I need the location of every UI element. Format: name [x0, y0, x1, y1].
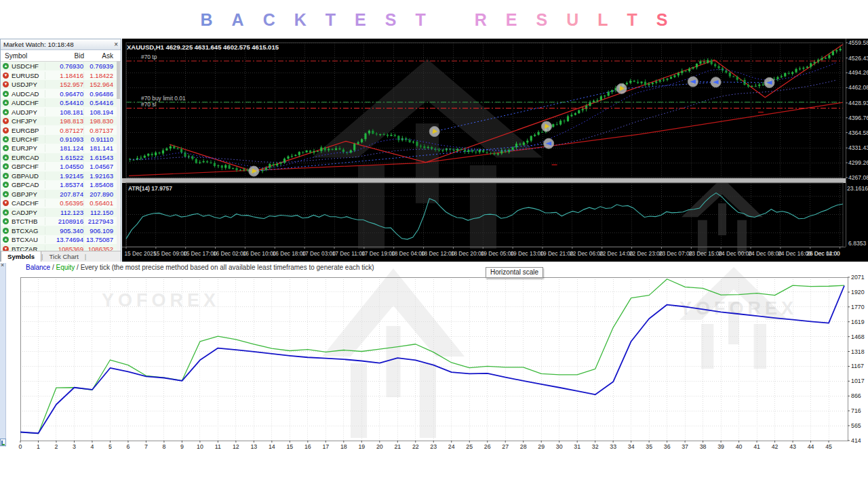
- candle-body: [397, 136, 399, 140]
- tester-left-strip[interactable]: [0, 263, 6, 447]
- close-icon[interactable]: ×: [114, 41, 118, 48]
- price-chart[interactable]: #70 tp#70 buy limit 0.01#70 slATR(14) 17…: [122, 39, 868, 262]
- candle-body: [313, 151, 315, 152]
- tester-close-icon[interactable]: ×: [1, 262, 4, 268]
- tester-x-label: 4: [91, 443, 94, 450]
- watermark-post: [718, 203, 726, 235]
- tester-graph[interactable]: YOFOREXYOFOREX20711920177016191468131811…: [0, 262, 868, 465]
- bid-cell: 13.74694: [45, 236, 84, 243]
- candle-body: [294, 155, 296, 156]
- tester-x-label: 17: [322, 443, 329, 450]
- market-row[interactable]: ▲CADJPY112.123112.150: [1, 208, 121, 217]
- candle-body: [210, 163, 212, 163]
- candle-body: [453, 150, 455, 151]
- time-label: 19 Dec 05:00: [481, 250, 515, 257]
- tester-x-label: 1: [37, 443, 40, 450]
- candle-body: [707, 60, 709, 63]
- tab-tick-chart[interactable]: Tick Chart: [43, 251, 85, 262]
- scrollbar-thumb[interactable]: [117, 61, 120, 99]
- ask-cell: 152.964: [84, 81, 117, 88]
- trade-marker[interactable]: [764, 77, 774, 87]
- candle-body: [243, 169, 245, 170]
- market-row[interactable]: ▼EURUSD1.184161.18422: [1, 70, 121, 79]
- ask-cell: 1.92163: [84, 172, 117, 180]
- tester-x-label: 21: [394, 443, 401, 450]
- trade-marker[interactable]: [688, 77, 698, 87]
- candle-body: [589, 102, 591, 106]
- tester-x-label: 28: [520, 443, 527, 450]
- tester-x-label: 6: [126, 443, 130, 450]
- ask-cell: 181.141: [84, 144, 117, 152]
- watermark-leg: [420, 363, 436, 438]
- ask-cell: 1.18422: [84, 72, 117, 79]
- bid-cell: 1.61522: [45, 154, 84, 161]
- market-watch-scrollbar[interactable]: [117, 61, 120, 251]
- market-row[interactable]: ▲EURCAD1.615221.61543: [1, 153, 121, 162]
- tab-symbols[interactable]: Symbols: [1, 251, 41, 262]
- tester-y-label: 866: [851, 392, 861, 399]
- candle-body: [563, 121, 565, 121]
- arrow-up-icon: ▲: [3, 182, 9, 188]
- candle-body: [456, 149, 458, 150]
- time-label: 24 Dec 08:00: [748, 250, 782, 257]
- stop-mark: [758, 112, 764, 113]
- trade-marker[interactable]: [711, 77, 721, 87]
- market-row[interactable]: ▲BTCXAU13.7469413.75087: [1, 235, 121, 244]
- trade-marker[interactable]: [249, 166, 259, 176]
- trade-marker[interactable]: [429, 127, 439, 137]
- watermark-leg: [754, 324, 766, 369]
- title-letter: B: [201, 10, 213, 30]
- market-row[interactable]: ▼EURGBP0.871270.87137: [1, 125, 121, 134]
- time-label: 15 Dec 17:00: [183, 250, 217, 257]
- ask-cell: 207.890: [84, 190, 117, 198]
- market-row[interactable]: ▲AUDJPY108.181108.194: [1, 107, 121, 116]
- market-row[interactable]: ▼USDJPY152.957152.964: [1, 80, 121, 89]
- market-row[interactable]: ▲GBPCHF1.045501.04567: [1, 162, 121, 171]
- ask-cell: 0.96486: [84, 90, 117, 98]
- trade-marker[interactable]: [542, 121, 552, 131]
- ask-cell: 1.85408: [84, 181, 117, 188]
- arrow-down-icon: ▼: [3, 200, 9, 206]
- market-row[interactable]: ▼CADCHF0.563950.56401: [1, 199, 121, 207]
- market-row[interactable]: ▲USDCHF0.769300.76939: [1, 62, 121, 70]
- candle-body: [151, 154, 153, 155]
- watermark-text: YOFOREX: [102, 290, 220, 310]
- tester-x-label: 27: [502, 443, 509, 450]
- candle-body: [273, 164, 275, 165]
- chart-symbol-header: XAUUSD,H1 4629.225 4631.645 4602.575 461…: [127, 43, 279, 51]
- trade-marker[interactable]: [544, 138, 554, 148]
- time-label: 26 Dec 12:00: [806, 250, 840, 257]
- candle-body: [696, 64, 698, 67]
- candle-body: [722, 68, 724, 70]
- tester-y-label: 716: [851, 407, 861, 414]
- trade-marker[interactable]: [616, 83, 627, 94]
- candle-body: [758, 85, 760, 86]
- candle-body: [409, 140, 411, 142]
- bid-cell: 198.813: [45, 117, 84, 125]
- market-row[interactable]: ▲EURJPY181.124181.141: [1, 144, 121, 152]
- candle-body: [490, 153, 492, 154]
- symbol-cell: ▼CHFJPY: [1, 117, 45, 125]
- bid-cell: 112.123: [45, 209, 84, 216]
- candle-body: [740, 80, 742, 81]
- market-row[interactable]: ▲AUDCAD0.964700.96486: [1, 89, 121, 98]
- pane-separator[interactable]: [122, 178, 846, 183]
- title-letter: K: [294, 10, 307, 30]
- symbol-cell: ▲EURCAD: [1, 154, 45, 161]
- market-row[interactable]: ▼CHFJPY198.813198.830: [1, 117, 121, 125]
- arrow-up-icon: ▲: [3, 100, 9, 106]
- price-scale-label: 4396.760: [848, 115, 868, 121]
- market-row[interactable]: ▲GBPJPY207.874207.890: [1, 190, 121, 199]
- arrow-down-icon: ▼: [3, 118, 9, 124]
- market-row[interactable]: ▲GBPCAD1.853741.85408: [1, 180, 121, 189]
- tester-x-label: 23: [430, 443, 437, 450]
- market-row[interactable]: ▲BTCTHB21089162127943: [1, 217, 121, 226]
- tester-graph-icon[interactable]: [0, 439, 6, 446]
- market-row[interactable]: ▲EURCHF0.910930.91110: [1, 135, 121, 144]
- market-row[interactable]: ▲GBPAUD1.921451.92163: [1, 171, 121, 180]
- market-row[interactable]: ▲AUDCHF0.544100.54416: [1, 98, 121, 107]
- candle-body: [383, 134, 385, 135]
- candle-body: [364, 134, 366, 139]
- tester-x-label: 18: [340, 443, 347, 450]
- market-row[interactable]: ▲BTCXAG905.340906.109: [1, 226, 121, 235]
